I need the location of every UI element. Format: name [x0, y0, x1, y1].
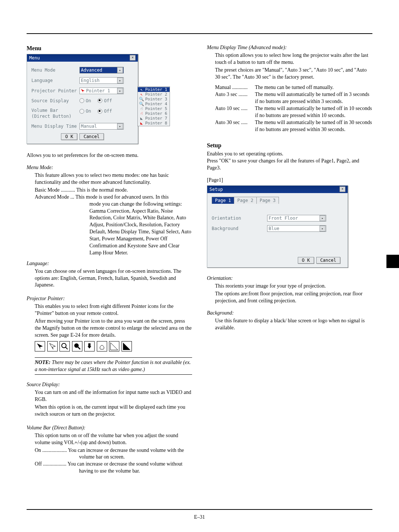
def-desc-auto10: The menu will automatically be turned of…: [255, 105, 372, 119]
def-term-auto10: Auto 10 sec .....: [215, 105, 255, 119]
page1-label: [Page1]: [207, 177, 372, 184]
pointer-magnify-icon: 🔍: [139, 97, 144, 102]
radio-volbar-on[interactable]: On: [79, 108, 91, 114]
combo-display-time[interactable]: Manual ▸: [79, 123, 124, 130]
page-number: E–31: [0, 514, 399, 521]
mdt-desc-2: The preset choices are "Manual", "Auto 3…: [215, 67, 372, 81]
pointer-popup: ↖Pointer 1 ↖Pointer 2 🔍Pointer 3 🔍Pointe…: [137, 86, 170, 126]
background-desc: Use this feature to display a black/ blu…: [215, 318, 372, 332]
heading-menu: Menu: [27, 44, 192, 52]
pointer-icon-2: [47, 341, 58, 351]
svg-rect-3: [47, 341, 57, 351]
label-background: Background: [212, 226, 267, 231]
pointer-icon-7: [109, 341, 119, 351]
pointer-icon-1: [35, 341, 45, 351]
svg-marker-16: [123, 343, 130, 350]
combo-menu-mode-value: Advanced: [81, 67, 102, 73]
svg-line-10: [78, 347, 80, 349]
def-term-auto30: Auto 30 sec .....: [215, 119, 255, 133]
svg-rect-12: [97, 341, 107, 351]
subhead-orientation: Orientation:: [207, 275, 372, 282]
label-source-display: Source Display: [31, 98, 79, 104]
pointer-option[interactable]: ◣Pointer 7: [138, 116, 170, 121]
pointer-option[interactable]: ↖Pointer 2: [138, 92, 170, 97]
pointer-desc-2: After moving your Pointer icon to the ar…: [35, 318, 192, 339]
ok-button[interactable]: O K: [61, 133, 77, 140]
menu-mode-desc: This feature allows you to select two me…: [35, 172, 192, 186]
pointer-icon-5: [84, 341, 95, 351]
label-pointer: Projector Pointer: [31, 88, 79, 94]
radio-source-off[interactable]: Off: [98, 98, 112, 104]
def-term-manual: Manual ............: [215, 84, 255, 91]
subhead-menu-display-time: Menu Display Time (Advanced mode):: [207, 44, 372, 51]
radio-label: Off: [104, 108, 112, 114]
adv-mode-first-line: Advanced Mode ... This mode is used for …: [35, 194, 192, 201]
radio-volbar-off[interactable]: Off: [98, 108, 112, 114]
pointer-triangle-icon: ◣: [139, 121, 144, 126]
volbar-off-line: Off .................. You can increase …: [35, 461, 192, 475]
pointer-option[interactable]: ↖Pointer 1: [138, 87, 170, 92]
svg-marker-4: [50, 343, 55, 349]
pointer-option[interactable]: 🔍Pointer 3: [138, 97, 170, 102]
pointer-arrow-icon: [81, 89, 85, 93]
side-marker: [386, 255, 399, 268]
combo-pointer[interactable]: Pointer 1 ▸: [79, 87, 124, 94]
radio-label: On: [86, 98, 91, 104]
chevron-right-icon: ▸: [117, 78, 123, 83]
combo-menu-mode[interactable]: Advanced ▸: [79, 67, 124, 73]
radio-source-on[interactable]: On: [79, 98, 91, 104]
volbar-desc: This option turns on or off the volume b…: [35, 432, 192, 446]
combo-orientation-value: Front Floor: [269, 215, 298, 221]
pointer-option-label: Pointer 2: [145, 92, 167, 97]
menu-panel: Menu × Menu Mode Advanced ▸: [27, 54, 138, 144]
pointer-arrow-icon: ↖: [139, 92, 144, 97]
def-desc-manual: The menu can be turned off manually.: [255, 84, 372, 91]
pointer-icon-3: [59, 341, 70, 351]
orientation-desc-2: The options are:front floor projection, …: [215, 291, 372, 305]
def-desc-auto30: The menu will automatically be turned of…: [255, 119, 372, 133]
label-menu-mode: Menu Mode: [31, 67, 79, 73]
cancel-button[interactable]: Cancel: [79, 133, 103, 140]
label-menu-display-time: Menu Display Time: [31, 123, 79, 129]
note-box: NOTE: There may be cases where the Point…: [35, 357, 192, 375]
pointer-hand-icon: ☝: [139, 106, 144, 111]
pointer-icon-8: [122, 341, 132, 351]
pointer-icon-6: [97, 341, 107, 351]
pointer-option[interactable]: ◣Pointer 8: [138, 121, 170, 126]
subhead-background: Background:: [207, 310, 372, 317]
chevron-right-icon: ▸: [117, 88, 123, 94]
chevron-right-icon: ▸: [117, 123, 123, 129]
cancel-button[interactable]: Cancel: [316, 257, 340, 264]
label-language: Language: [31, 78, 79, 83]
pointer-option-label: Pointer 4: [145, 102, 167, 106]
pointer-option[interactable]: 🔍Pointer 4: [138, 102, 170, 106]
combo-orientation[interactable]: Front Floor ▸: [267, 215, 326, 222]
svg-line-7: [65, 347, 68, 349]
pointer-icons-row: [35, 341, 192, 354]
subhead-volume-bar: Volume Bar (Direct Button):: [27, 425, 192, 432]
tab-page3[interactable]: Page 3: [256, 197, 279, 204]
pointer-icon-4: [72, 341, 82, 351]
pointer-option[interactable]: ☝Pointer 5: [138, 106, 170, 111]
chevron-right-icon: ▸: [117, 67, 123, 73]
pointer-magnify-icon: 🔍: [139, 102, 144, 106]
combo-background[interactable]: Blue ▸: [267, 225, 326, 232]
pointer-option-label: Pointer 1: [145, 87, 167, 92]
ok-button[interactable]: O K: [298, 257, 314, 264]
close-icon[interactable]: ×: [130, 55, 136, 61]
pointer-arrow-icon: ↖: [139, 87, 144, 92]
basic-mode-line: Basic Mode ........... This is the norma…: [35, 187, 192, 194]
combo-language[interactable]: English ▸: [79, 77, 124, 84]
note-label: NOTE:: [35, 360, 51, 365]
orientation-desc-1: This reorients your image for your type …: [215, 283, 372, 290]
heading-setup: Setup: [207, 141, 372, 150]
tab-page1[interactable]: Page 1: [212, 197, 234, 204]
source-desc-2: When this option is on, the current inpu…: [35, 404, 192, 418]
svg-marker-14: [110, 343, 118, 350]
pointer-option[interactable]: ☝Pointer 6: [138, 111, 170, 116]
mdt-desc-1: This option allows you to select how lon…: [215, 52, 372, 66]
tab-page2[interactable]: Page 2: [234, 197, 256, 204]
setup-panel: Setup × Page 1 Page 2 Page 3 Orientation: [207, 185, 348, 268]
subhead-source-display: Source Display:: [27, 381, 192, 388]
close-icon[interactable]: ×: [340, 186, 345, 192]
